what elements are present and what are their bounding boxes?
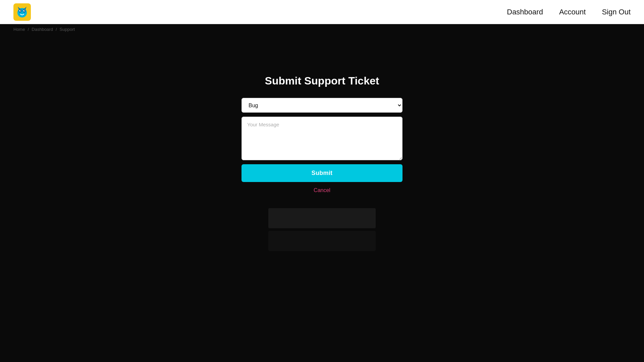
submit-button[interactable]: Submit [241, 164, 402, 182]
nav-signout[interactable]: Sign Out [602, 8, 631, 16]
cancel-link[interactable]: Cancel [241, 186, 402, 195]
nav-account[interactable]: Account [559, 8, 586, 16]
breadcrumb-home[interactable]: Home [13, 27, 25, 32]
dark-panel-1 [268, 208, 376, 228]
dark-panel-2 [268, 231, 376, 251]
breadcrumb-sep1: / [28, 27, 29, 32]
support-ticket-form: Bug Feature Request General Question Oth… [241, 98, 402, 195]
breadcrumb-dashboard[interactable]: Dashboard [32, 27, 53, 32]
logo[interactable] [13, 3, 31, 21]
message-textarea[interactable] [241, 117, 402, 160]
ticket-type-select[interactable]: Bug Feature Request General Question Oth… [241, 98, 402, 113]
breadcrumb-sep2: / [56, 27, 57, 32]
page-title: Submit Support Ticket [265, 75, 379, 87]
main-content: Submit Support Ticket Bug Feature Reques… [0, 35, 644, 251]
svg-point-6 [20, 10, 21, 11]
header: Dashboard Account Sign Out [0, 0, 644, 24]
dark-panels [268, 208, 376, 251]
logo-icon [14, 4, 30, 20]
nav-dashboard[interactable]: Dashboard [507, 8, 543, 16]
header-nav: Dashboard Account Sign Out [507, 8, 631, 16]
breadcrumb: Home / Dashboard / Support [0, 24, 644, 35]
svg-point-7 [24, 10, 25, 11]
breadcrumb-current: Support [60, 27, 75, 32]
